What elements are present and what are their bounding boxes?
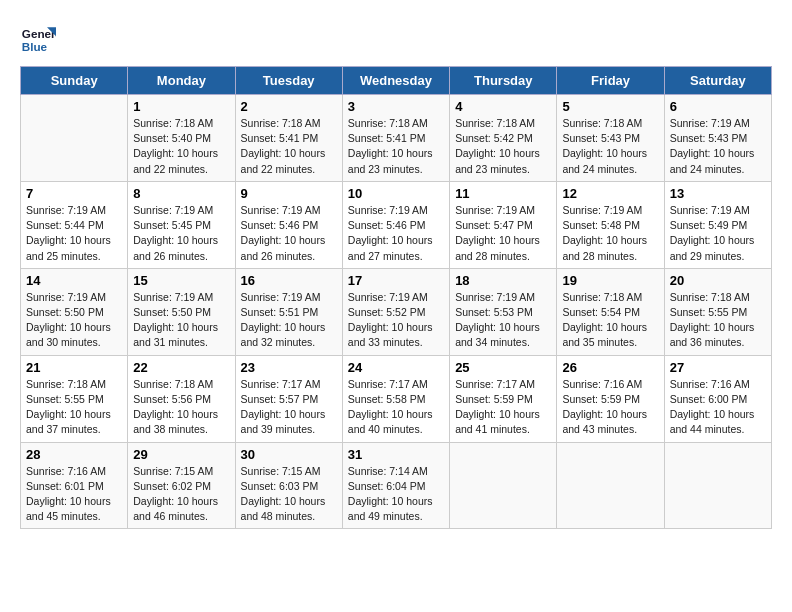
day-info: Sunrise: 7:19 AM Sunset: 5:53 PM Dayligh… — [455, 290, 551, 351]
calendar-day-cell: 6Sunrise: 7:19 AM Sunset: 5:43 PM Daylig… — [664, 95, 771, 182]
day-number: 19 — [562, 273, 658, 288]
calendar-day-cell: 25Sunrise: 7:17 AM Sunset: 5:59 PM Dayli… — [450, 355, 557, 442]
calendar-day-cell: 4Sunrise: 7:18 AM Sunset: 5:42 PM Daylig… — [450, 95, 557, 182]
day-info: Sunrise: 7:19 AM Sunset: 5:43 PM Dayligh… — [670, 116, 766, 177]
weekday-header-cell: Friday — [557, 67, 664, 95]
calendar-day-cell: 23Sunrise: 7:17 AM Sunset: 5:57 PM Dayli… — [235, 355, 342, 442]
day-info: Sunrise: 7:19 AM Sunset: 5:50 PM Dayligh… — [133, 290, 229, 351]
day-number: 20 — [670, 273, 766, 288]
calendar-day-cell: 22Sunrise: 7:18 AM Sunset: 5:56 PM Dayli… — [128, 355, 235, 442]
day-number: 23 — [241, 360, 337, 375]
calendar-day-cell: 2Sunrise: 7:18 AM Sunset: 5:41 PM Daylig… — [235, 95, 342, 182]
day-number: 22 — [133, 360, 229, 375]
calendar-day-cell: 10Sunrise: 7:19 AM Sunset: 5:46 PM Dayli… — [342, 181, 449, 268]
calendar-day-cell: 29Sunrise: 7:15 AM Sunset: 6:02 PM Dayli… — [128, 442, 235, 529]
calendar-day-cell: 9Sunrise: 7:19 AM Sunset: 5:46 PM Daylig… — [235, 181, 342, 268]
day-number: 29 — [133, 447, 229, 462]
weekday-header-row: SundayMondayTuesdayWednesdayThursdayFrid… — [21, 67, 772, 95]
calendar-day-cell: 31Sunrise: 7:14 AM Sunset: 6:04 PM Dayli… — [342, 442, 449, 529]
calendar-day-cell: 19Sunrise: 7:18 AM Sunset: 5:54 PM Dayli… — [557, 268, 664, 355]
day-number: 11 — [455, 186, 551, 201]
day-number: 21 — [26, 360, 122, 375]
day-info: Sunrise: 7:18 AM Sunset: 5:55 PM Dayligh… — [670, 290, 766, 351]
calendar-day-cell: 7Sunrise: 7:19 AM Sunset: 5:44 PM Daylig… — [21, 181, 128, 268]
svg-text:Blue: Blue — [22, 40, 48, 53]
calendar-day-cell — [450, 442, 557, 529]
day-info: Sunrise: 7:19 AM Sunset: 5:44 PM Dayligh… — [26, 203, 122, 264]
day-number: 9 — [241, 186, 337, 201]
day-info: Sunrise: 7:19 AM Sunset: 5:49 PM Dayligh… — [670, 203, 766, 264]
day-info: Sunrise: 7:16 AM Sunset: 5:59 PM Dayligh… — [562, 377, 658, 438]
day-number: 18 — [455, 273, 551, 288]
calendar-day-cell: 14Sunrise: 7:19 AM Sunset: 5:50 PM Dayli… — [21, 268, 128, 355]
weekday-header-cell: Monday — [128, 67, 235, 95]
day-info: Sunrise: 7:17 AM Sunset: 5:58 PM Dayligh… — [348, 377, 444, 438]
calendar-day-cell: 8Sunrise: 7:19 AM Sunset: 5:45 PM Daylig… — [128, 181, 235, 268]
day-number: 10 — [348, 186, 444, 201]
weekday-header-cell: Thursday — [450, 67, 557, 95]
calendar-day-cell: 24Sunrise: 7:17 AM Sunset: 5:58 PM Dayli… — [342, 355, 449, 442]
day-info: Sunrise: 7:18 AM Sunset: 5:41 PM Dayligh… — [348, 116, 444, 177]
day-number: 1 — [133, 99, 229, 114]
weekday-header-cell: Sunday — [21, 67, 128, 95]
calendar-body: 1Sunrise: 7:18 AM Sunset: 5:40 PM Daylig… — [21, 95, 772, 529]
day-info: Sunrise: 7:18 AM Sunset: 5:54 PM Dayligh… — [562, 290, 658, 351]
day-number: 13 — [670, 186, 766, 201]
day-number: 6 — [670, 99, 766, 114]
day-info: Sunrise: 7:18 AM Sunset: 5:56 PM Dayligh… — [133, 377, 229, 438]
calendar-day-cell — [21, 95, 128, 182]
day-info: Sunrise: 7:18 AM Sunset: 5:42 PM Dayligh… — [455, 116, 551, 177]
calendar-day-cell: 21Sunrise: 7:18 AM Sunset: 5:55 PM Dayli… — [21, 355, 128, 442]
day-number: 2 — [241, 99, 337, 114]
day-info: Sunrise: 7:18 AM Sunset: 5:41 PM Dayligh… — [241, 116, 337, 177]
day-number: 16 — [241, 273, 337, 288]
day-number: 12 — [562, 186, 658, 201]
day-number: 25 — [455, 360, 551, 375]
day-number: 3 — [348, 99, 444, 114]
weekday-header-cell: Tuesday — [235, 67, 342, 95]
day-number: 26 — [562, 360, 658, 375]
day-info: Sunrise: 7:19 AM Sunset: 5:47 PM Dayligh… — [455, 203, 551, 264]
calendar-week-row: 1Sunrise: 7:18 AM Sunset: 5:40 PM Daylig… — [21, 95, 772, 182]
day-number: 17 — [348, 273, 444, 288]
calendar-day-cell: 11Sunrise: 7:19 AM Sunset: 5:47 PM Dayli… — [450, 181, 557, 268]
day-info: Sunrise: 7:16 AM Sunset: 6:00 PM Dayligh… — [670, 377, 766, 438]
calendar-week-row: 7Sunrise: 7:19 AM Sunset: 5:44 PM Daylig… — [21, 181, 772, 268]
calendar-day-cell: 16Sunrise: 7:19 AM Sunset: 5:51 PM Dayli… — [235, 268, 342, 355]
calendar-day-cell: 18Sunrise: 7:19 AM Sunset: 5:53 PM Dayli… — [450, 268, 557, 355]
day-number: 8 — [133, 186, 229, 201]
day-number: 15 — [133, 273, 229, 288]
calendar-day-cell: 26Sunrise: 7:16 AM Sunset: 5:59 PM Dayli… — [557, 355, 664, 442]
logo-icon: General Blue — [20, 20, 56, 56]
day-info: Sunrise: 7:17 AM Sunset: 5:59 PM Dayligh… — [455, 377, 551, 438]
day-info: Sunrise: 7:15 AM Sunset: 6:03 PM Dayligh… — [241, 464, 337, 525]
calendar-table: SundayMondayTuesdayWednesdayThursdayFrid… — [20, 66, 772, 529]
calendar-week-row: 21Sunrise: 7:18 AM Sunset: 5:55 PM Dayli… — [21, 355, 772, 442]
day-info: Sunrise: 7:18 AM Sunset: 5:55 PM Dayligh… — [26, 377, 122, 438]
calendar-day-cell: 17Sunrise: 7:19 AM Sunset: 5:52 PM Dayli… — [342, 268, 449, 355]
logo: General Blue — [20, 20, 56, 56]
day-number: 5 — [562, 99, 658, 114]
day-number: 27 — [670, 360, 766, 375]
calendar-day-cell: 13Sunrise: 7:19 AM Sunset: 5:49 PM Dayli… — [664, 181, 771, 268]
day-info: Sunrise: 7:18 AM Sunset: 5:40 PM Dayligh… — [133, 116, 229, 177]
calendar-day-cell — [664, 442, 771, 529]
day-info: Sunrise: 7:15 AM Sunset: 6:02 PM Dayligh… — [133, 464, 229, 525]
weekday-header-cell: Saturday — [664, 67, 771, 95]
day-info: Sunrise: 7:16 AM Sunset: 6:01 PM Dayligh… — [26, 464, 122, 525]
day-info: Sunrise: 7:19 AM Sunset: 5:48 PM Dayligh… — [562, 203, 658, 264]
day-info: Sunrise: 7:19 AM Sunset: 5:46 PM Dayligh… — [348, 203, 444, 264]
day-info: Sunrise: 7:19 AM Sunset: 5:50 PM Dayligh… — [26, 290, 122, 351]
calendar-day-cell: 12Sunrise: 7:19 AM Sunset: 5:48 PM Dayli… — [557, 181, 664, 268]
calendar-day-cell: 20Sunrise: 7:18 AM Sunset: 5:55 PM Dayli… — [664, 268, 771, 355]
calendar-day-cell: 1Sunrise: 7:18 AM Sunset: 5:40 PM Daylig… — [128, 95, 235, 182]
calendar-day-cell: 5Sunrise: 7:18 AM Sunset: 5:43 PM Daylig… — [557, 95, 664, 182]
calendar-week-row: 28Sunrise: 7:16 AM Sunset: 6:01 PM Dayli… — [21, 442, 772, 529]
day-info: Sunrise: 7:19 AM Sunset: 5:51 PM Dayligh… — [241, 290, 337, 351]
day-number: 4 — [455, 99, 551, 114]
day-number: 14 — [26, 273, 122, 288]
calendar-day-cell: 3Sunrise: 7:18 AM Sunset: 5:41 PM Daylig… — [342, 95, 449, 182]
calendar-week-row: 14Sunrise: 7:19 AM Sunset: 5:50 PM Dayli… — [21, 268, 772, 355]
day-number: 7 — [26, 186, 122, 201]
day-info: Sunrise: 7:17 AM Sunset: 5:57 PM Dayligh… — [241, 377, 337, 438]
